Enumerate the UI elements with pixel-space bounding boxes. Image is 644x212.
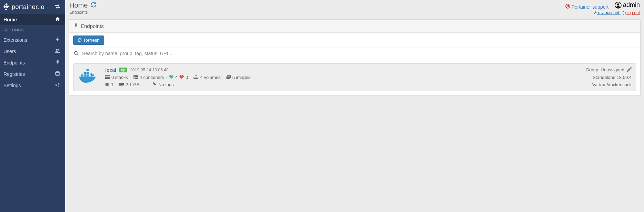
refresh-icon[interactable] — [90, 2, 97, 9]
endpoint-body: local up 2019-05-14 10:06:40 0 stacks 4 … — [105, 67, 580, 87]
sidebar-header: portainer.io — [0, 0, 65, 14]
svg-rect-35 — [226, 76, 230, 79]
cubes-icon — [194, 75, 198, 79]
portainer-logo-icon — [3, 2, 11, 11]
sidebar-toggle-icon[interactable] — [55, 4, 60, 10]
topbar-left: Home Endpoints — [69, 1, 565, 15]
svg-point-19 — [74, 51, 77, 54]
cpu-stat: 1 — [105, 82, 113, 87]
svg-rect-22 — [84, 74, 86, 77]
search-icon — [74, 51, 79, 56]
nav-registries[interactable]: Registries — [0, 68, 65, 80]
endpoint-group: Group: Unassigned — [586, 67, 624, 72]
plug-icon — [55, 60, 60, 65]
svg-line-20 — [77, 54, 79, 55]
volumes-stat: 4 volumes — [194, 75, 220, 80]
endpoint-name: local — [105, 67, 116, 73]
database-icon — [55, 71, 60, 77]
svg-rect-6 — [6, 9, 7, 10]
endpoint-item[interactable]: local up 2019-05-14 10:06:40 0 stacks 4 … — [73, 63, 636, 91]
logo[interactable]: portainer.io — [3, 2, 44, 11]
nav-endpoints[interactable]: Endpoints — [0, 57, 65, 68]
nav-section-settings: SETTINGS — [0, 25, 65, 34]
nav-users[interactable]: Users — [0, 46, 65, 57]
wrench-icon — [593, 11, 597, 15]
svg-rect-48 — [123, 85, 124, 86]
topbar: Home Endpoints Portainer support admin — [69, 0, 641, 17]
logo-text: portainer.io — [12, 3, 44, 11]
svg-point-17 — [617, 3, 619, 6]
tags-icon — [152, 82, 157, 87]
svg-rect-47 — [122, 85, 123, 86]
microchip-icon — [105, 82, 109, 87]
nav-label: Extensions — [3, 37, 27, 43]
nav-extensions[interactable]: Extensions — [0, 34, 65, 46]
nav-label: Settings — [3, 83, 21, 88]
svg-rect-36 — [106, 83, 108, 86]
page-title: Home — [69, 1, 88, 9]
support-link[interactable]: Portainer support — [565, 4, 610, 10]
svg-point-49 — [153, 83, 153, 84]
svg-rect-28 — [105, 77, 110, 78]
panel-header: Endpoints — [69, 20, 640, 33]
svg-rect-29 — [105, 78, 110, 79]
topbar-right: Portainer support admin my account log o… — [565, 1, 640, 15]
svg-point-9 — [56, 71, 60, 73]
my-account-link[interactable]: my account — [593, 10, 621, 15]
nav-settings[interactable]: Settings — [0, 80, 65, 91]
healthy-count: 4 — [175, 75, 178, 80]
nav-label: Endpoints — [3, 60, 25, 65]
memory-icon — [119, 82, 124, 87]
svg-rect-21 — [81, 74, 83, 77]
nav-home[interactable]: Home — [0, 14, 65, 25]
main: Home Endpoints Portainer support admin — [65, 0, 644, 212]
heartbeat-healthy-icon — [169, 75, 174, 80]
refresh-button-label: Refresh — [84, 38, 100, 43]
panel-title: Endpoints — [81, 23, 104, 29]
search-row — [69, 48, 640, 59]
page-subtitle: Endpoints — [69, 10, 565, 15]
nav-label: Registries — [3, 71, 25, 77]
plug-icon — [74, 23, 78, 28]
svg-rect-25 — [87, 72, 89, 74]
svg-point-32 — [134, 76, 135, 77]
endpoint-right: Group: Unassigned Standalone 18.09.4 /va… — [586, 67, 632, 87]
svg-rect-23 — [87, 74, 89, 77]
stacks-stat: 0 stacks — [105, 75, 128, 80]
svg-point-33 — [134, 78, 135, 79]
svg-point-7 — [56, 49, 58, 51]
bolt-icon — [55, 37, 60, 43]
search-input[interactable] — [82, 51, 635, 56]
svg-rect-44 — [119, 85, 120, 86]
sign-out-icon — [623, 11, 626, 15]
svg-rect-2 — [4, 7, 5, 8]
svg-rect-4 — [7, 7, 8, 8]
stacks-icon — [105, 75, 110, 79]
containers-stat: 4 containers - 4 0 — [133, 75, 188, 80]
account-links: my account log out — [565, 10, 640, 15]
svg-point-13 — [58, 85, 60, 87]
users-icon — [55, 48, 60, 54]
svg-rect-3 — [6, 7, 7, 8]
user-name: admin — [623, 1, 640, 9]
endpoint-engine: Standalone 18.09.4 — [586, 75, 632, 80]
unhealthy-count: 0 — [186, 75, 188, 80]
clone-icon — [226, 75, 231, 79]
user-chip[interactable]: admin — [615, 1, 640, 9]
svg-point-11 — [56, 84, 57, 85]
images-stat: 5 images — [226, 75, 251, 80]
support-text: Portainer support — [572, 4, 608, 10]
svg-rect-5 — [5, 9, 6, 10]
tags-stat: No tags — [152, 82, 174, 87]
nav-label: Home — [3, 17, 17, 22]
edit-icon[interactable] — [627, 67, 632, 73]
endpoint-timestamp: 2019-05-14 10:06:40 — [130, 68, 168, 72]
user-circle-icon — [615, 2, 622, 9]
home-icon — [55, 17, 60, 22]
logout-link[interactable]: log out — [623, 10, 640, 15]
refresh-button[interactable]: Refresh — [73, 36, 104, 45]
svg-rect-27 — [105, 75, 110, 76]
svg-rect-43 — [119, 83, 124, 85]
nav-label: Users — [3, 49, 16, 54]
status-badge: up — [119, 68, 127, 72]
